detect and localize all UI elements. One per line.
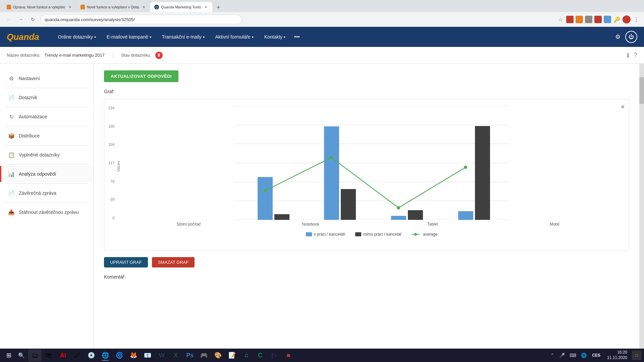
tab-favicon-1: [7, 5, 11, 9]
sidebar-item-dotaznik[interactable]: 📄 Dotazník: [0, 89, 94, 106]
taskbar-notes[interactable]: 📝: [225, 349, 239, 361]
legend-color-dark: [355, 232, 361, 236]
action-buttons: UPRAVIT GRAF SMAZAT GRAF: [104, 257, 629, 267]
sidebar-label-distribuce: Distribuce: [19, 133, 40, 138]
sidebar-item-zaverecna[interactable]: 📄 Závěrečná zpráva: [0, 185, 94, 201]
taskbar-outlook[interactable]: 📧: [141, 349, 154, 361]
logo: Quanda: [7, 32, 39, 42]
y-label-195: 195: [108, 124, 114, 128]
edit-graf-button[interactable]: UPRAVIT GRAF: [104, 257, 148, 267]
scrollbar[interactable]: [639, 64, 644, 349]
tab-close-2[interactable]: ✕: [141, 4, 146, 10]
taskbar-wacom[interactable]: 🖊: [70, 349, 84, 361]
vyplnene-icon: 📋: [8, 152, 15, 158]
ext-icon-2[interactable]: [576, 16, 583, 23]
taskbar-spotify[interactable]: ♫: [239, 349, 253, 361]
taskbar-vs[interactable]: ▷: [268, 349, 281, 361]
divider-6: [5, 183, 88, 184]
tab-bar: Úprava: Nové funkce a vylepšení... ✕ Nov…: [3, 0, 223, 12]
tab-3[interactable]: Q Quanda Marketing Tools ✕: [150, 2, 212, 12]
menu-icon[interactable]: ⋮: [633, 16, 640, 23]
forward-button[interactable]: →: [16, 15, 25, 24]
divider-1: [5, 88, 88, 88]
sidebar-label-vyplnene: Vyplněné dotazníky: [19, 152, 60, 158]
ext-icon-1[interactable]: [566, 16, 574, 23]
chart-wrapper: Values 234 195 156 117 78 39 0: [124, 106, 619, 227]
settings-icon[interactable]: ⚙: [615, 33, 621, 41]
ext-icon-3[interactable]: [585, 16, 592, 23]
y-label-39: 39: [110, 197, 114, 201]
profile-icon[interactable]: [623, 15, 631, 23]
analyza-icon: 📊: [8, 171, 15, 177]
tab-label-3: Quanda Marketing Tools: [161, 5, 201, 9]
taskbar-store[interactable]: 🛍: [42, 349, 56, 361]
taskbar-photoshop[interactable]: Ps: [183, 349, 197, 361]
bar-stolni-blue: [258, 177, 273, 220]
taskbar-adobe[interactable]: Ai: [56, 349, 70, 361]
taskbar-edge[interactable]: 🌐: [99, 349, 112, 361]
sidebar-item-vyplnene[interactable]: 📋 Vyplněné dotazníky: [0, 147, 94, 163]
ext-icon-6[interactable]: 🔑: [613, 16, 621, 23]
scrollbar-thumb[interactable]: [639, 77, 644, 104]
taskbar-keyboard-icon[interactable]: ⌨: [568, 353, 578, 358]
taskbar-network-icon[interactable]: 🌐: [580, 353, 588, 358]
taskbar-wacom-icon: 🖊: [74, 352, 80, 359]
bar-tablet-dark: [408, 210, 423, 220]
taskbar-paint[interactable]: 🎨: [211, 349, 225, 361]
sidebar-item-analyza[interactable]: 📊 Analýza odpovědí: [0, 166, 94, 182]
taskbar-mic-icon[interactable]: 🎤: [558, 353, 566, 358]
taskbar-word[interactable]: W: [155, 349, 168, 361]
delete-graf-button[interactable]: SMAZAT GRAF: [152, 257, 195, 267]
time-display: 16:20: [607, 350, 627, 355]
sidebar-item-distribuce[interactable]: 📦 Distribuce: [0, 128, 94, 144]
nav-kontakty[interactable]: Kontakty ▾: [259, 27, 291, 47]
taskbar-crm[interactable]: C: [254, 349, 267, 361]
sidebar-item-stahnout[interactable]: 📥 Stáhnout závěrečnou zprávu: [0, 204, 94, 220]
taskbar-word-icon: W: [159, 352, 165, 359]
new-tab-button[interactable]: +: [214, 3, 223, 12]
bar-mobil-dark: [475, 126, 490, 220]
ext-icon-4[interactable]: [594, 16, 602, 23]
address-input[interactable]: quanda.onquanda.com/survey/analysis/3250…: [40, 15, 241, 24]
bar-mobil-blue: [458, 211, 473, 220]
taskbar-chevron-up[interactable]: ⌃: [549, 353, 556, 358]
y-label-0: 0: [112, 216, 114, 220]
taskbar-chrome[interactable]: 🌀: [113, 349, 126, 361]
sidebar-item-nastaveni[interactable]: ⚙ Nastavení: [0, 70, 94, 86]
tab-2[interactable]: Nové funkce a vylepšení v Dotaz... ✕: [76, 2, 150, 12]
taskbar-excel[interactable]: X: [169, 349, 182, 361]
y-label-156: 156: [108, 142, 114, 146]
help-icon[interactable]: ?: [634, 52, 637, 59]
back-button[interactable]: ←: [4, 15, 13, 24]
taskbar-rufus[interactable]: 💿: [85, 349, 98, 361]
tab-1[interactable]: Úprava: Nové funkce a vylepšení... ✕: [3, 2, 76, 12]
reload-button[interactable]: ↻: [28, 15, 38, 24]
info-icon[interactable]: ℹ: [627, 52, 629, 59]
taskbar-notification[interactable]: □: [632, 351, 641, 360]
divider-4: [5, 145, 88, 145]
nav-aktivni[interactable]: Aktivní formuláře ▾: [210, 27, 259, 47]
update-btn-wrapper: AKTUALIZOVAT ODPOVĚDI: [104, 70, 629, 82]
nav-transakcni[interactable]: Transakční e-maily ▾: [157, 27, 210, 47]
tab-favicon-3: Q: [154, 5, 159, 9]
chart-svg: [124, 106, 619, 220]
taskbar-file-explorer[interactable]: 🗂: [28, 349, 42, 361]
y-label-234: 234: [108, 106, 114, 110]
sidebar-item-automatizace[interactable]: ↻ Automatizace: [0, 109, 94, 125]
nav-more[interactable]: •••: [291, 34, 303, 40]
taskbar-firefox[interactable]: 🦊: [127, 349, 140, 361]
taskbar-red[interactable]: ■: [282, 349, 295, 361]
power-button[interactable]: ⏻: [625, 31, 637, 43]
nav-email-kampane[interactable]: E-mailové kampaně ▾: [101, 27, 157, 47]
ext-icon-5[interactable]: [604, 16, 611, 23]
nav-online-dotazniky[interactable]: Online dotazníky ▾: [53, 27, 101, 47]
legend-color-blue: [306, 232, 312, 236]
chart-menu-icon[interactable]: ≡: [621, 104, 624, 110]
update-answers-button[interactable]: AKTUALIZOVAT ODPOVĚDI: [104, 70, 178, 82]
taskbar-search[interactable]: 🔍: [16, 350, 27, 361]
tab-close-1[interactable]: ✕: [67, 4, 72, 10]
taskbar-start[interactable]: ⊞: [3, 349, 15, 361]
taskbar-steam[interactable]: 🎮: [197, 349, 211, 361]
tab-close-3[interactable]: ✕: [203, 4, 208, 10]
bookmark-icon[interactable]: ☆: [557, 16, 564, 23]
